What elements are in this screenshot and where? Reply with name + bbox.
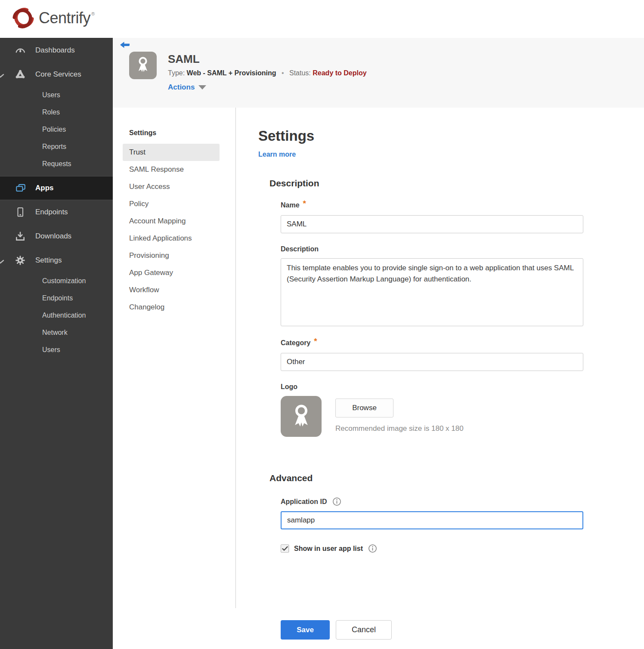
sidebar-item-customization[interactable]: Customization	[0, 272, 113, 290]
sidebar-child-label: Endpoints	[42, 294, 73, 302]
sidebar-item-reports[interactable]: Reports	[0, 138, 113, 155]
sidebar-item-settings-endpoints[interactable]: Endpoints	[0, 290, 113, 307]
subnav-item-saml-response[interactable]: SAML Response	[123, 161, 220, 178]
browse-button[interactable]: Browse	[335, 399, 393, 417]
sidebar-item-apps[interactable]: Apps	[0, 176, 113, 200]
sidebar-item-authentication[interactable]: Authentication	[0, 307, 113, 324]
sidebar-child-label: Users	[42, 346, 60, 354]
subnav-item-app-gateway[interactable]: App Gateway	[123, 264, 220, 281]
subnav-heading: Settings	[123, 127, 235, 144]
content-area: SAML Type: Web - SAML + Provisioning • S…	[113, 38, 644, 640]
sidebar-item-network[interactable]: Network	[0, 324, 113, 341]
brand-logo[interactable]: Centrify ®	[12, 7, 95, 31]
subnav-item-trust[interactable]: Trust	[123, 144, 220, 161]
subnav-item-policy[interactable]: Policy	[123, 195, 220, 213]
sidebar-item-core-services[interactable]: Core Services	[0, 62, 113, 87]
subnav-item-workflow[interactable]: Workflow	[123, 281, 220, 299]
name-input[interactable]	[281, 215, 583, 233]
back-arrow-icon[interactable]	[120, 41, 130, 50]
ribbon-award-icon	[289, 402, 314, 431]
sidebar-item-settings[interactable]: Settings	[0, 248, 113, 272]
status-label: Status:	[289, 69, 311, 77]
status-value: Ready to Deploy	[313, 69, 366, 77]
category-input[interactable]	[281, 353, 583, 371]
sidebar-child-label: Policies	[42, 126, 66, 133]
app-type-status-line: Type: Web - SAML + Provisioning • Status…	[168, 69, 367, 77]
core-services-icon	[14, 69, 27, 80]
advanced-section-heading: Advanced	[269, 473, 583, 483]
sidebar-child-label: Authentication	[42, 312, 86, 319]
info-icon[interactable]	[332, 497, 341, 506]
sidebar-item-label: Downloads	[35, 232, 71, 241]
brand-name: Centrify	[39, 7, 90, 29]
subnav-item-linked-applications[interactable]: Linked Applications	[123, 230, 220, 247]
info-icon[interactable]	[368, 544, 377, 553]
logo-size-hint: Recommended image size is 180 x 180	[335, 424, 464, 433]
name-label: Name *	[281, 201, 583, 210]
sidebar-child-label: Reports	[42, 143, 66, 151]
description-textarea[interactable]: This template enables you to provide sin…	[281, 258, 583, 326]
core-services-children: Users Roles Policies Reports Requests	[0, 87, 113, 176]
description-section-heading: Description	[269, 178, 583, 189]
subnav-item-provisioning[interactable]: Provisioning	[123, 247, 220, 264]
description-label: Description	[281, 245, 583, 253]
type-label: Type:	[168, 69, 185, 77]
brand-registered-mark: ®	[91, 11, 95, 16]
sidebar-child-label: Requests	[42, 160, 71, 168]
sidebar-item-roles[interactable]: Roles	[0, 104, 113, 121]
settings-subnav: Settings Trust SAML Response User Access…	[113, 108, 236, 608]
caret-down-icon	[198, 85, 206, 90]
sidebar-child-label: Roles	[42, 108, 60, 116]
sidebar-item-label: Core Services	[35, 70, 81, 79]
category-label: Category *	[281, 338, 583, 348]
sidebar-item-requests[interactable]: Requests	[0, 155, 113, 173]
download-icon	[14, 231, 27, 242]
sidebar-item-label: Apps	[35, 184, 54, 192]
sidebar-item-endpoints[interactable]: Endpoints	[0, 200, 113, 224]
logo-preview	[281, 396, 322, 437]
sidebar: Dashboards Core Services Users Roles Pol…	[0, 38, 113, 649]
app-title: SAML	[168, 53, 367, 66]
app-logo-tile	[129, 52, 157, 79]
separator-dot: •	[282, 69, 284, 77]
gear-icon	[14, 255, 27, 266]
sidebar-item-dashboards[interactable]: Dashboards	[0, 38, 113, 62]
application-id-label: Application ID	[281, 497, 583, 506]
required-marker: *	[303, 199, 306, 208]
page-title: Settings	[258, 128, 583, 144]
sidebar-item-label: Dashboards	[35, 46, 75, 55]
sidebar-item-policies[interactable]: Policies	[0, 121, 113, 138]
sidebar-child-label: Customization	[42, 277, 86, 285]
actions-label: Actions	[168, 83, 195, 92]
actions-dropdown[interactable]: Actions	[168, 83, 367, 92]
ribbon-award-icon	[134, 55, 152, 76]
top-bar: Centrify ®	[0, 0, 644, 38]
sidebar-child-label: Users	[42, 91, 60, 99]
subnav-item-user-access[interactable]: User Access	[123, 178, 220, 195]
sidebar-item-users[interactable]: Users	[0, 87, 113, 104]
gauge-icon	[14, 45, 27, 56]
subnav-item-account-mapping[interactable]: Account Mapping	[123, 213, 220, 230]
sidebar-item-settings-users[interactable]: Users	[0, 341, 113, 358]
logo-label: Logo	[281, 383, 583, 391]
settings-children: Customization Endpoints Authentication N…	[0, 272, 113, 362]
required-marker: *	[314, 337, 317, 346]
show-in-user-app-list-label: Show in user app list	[294, 545, 363, 553]
centrify-swirl-icon	[12, 7, 34, 31]
save-button[interactable]: Save	[281, 620, 330, 640]
sidebar-item-label: Endpoints	[35, 208, 68, 216]
subnav-item-changelog[interactable]: Changelog	[123, 299, 220, 316]
sidebar-item-downloads[interactable]: Downloads	[0, 224, 113, 248]
chevron-down-icon[interactable]	[0, 72, 4, 80]
mobile-icon	[14, 207, 27, 218]
sidebar-item-label: Settings	[35, 256, 62, 265]
chevron-down-icon[interactable]	[0, 258, 4, 266]
app-header: SAML Type: Web - SAML + Provisioning • S…	[113, 38, 644, 108]
learn-more-link[interactable]: Learn more	[258, 151, 296, 158]
page: Centrify ® Dashboards	[0, 0, 644, 649]
cancel-button[interactable]: Cancel	[336, 620, 392, 640]
sidebar-child-label: Network	[42, 329, 68, 337]
show-in-user-app-list-checkbox[interactable]	[281, 544, 289, 553]
settings-form: Settings Learn more Description Name * D…	[236, 108, 583, 640]
application-id-input[interactable]	[281, 511, 583, 529]
